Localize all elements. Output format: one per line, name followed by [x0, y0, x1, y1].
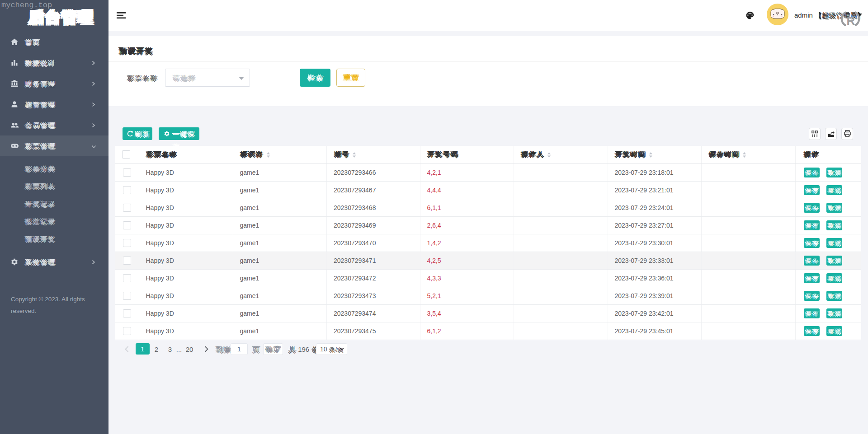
svg-text:R: R — [847, 14, 855, 27]
